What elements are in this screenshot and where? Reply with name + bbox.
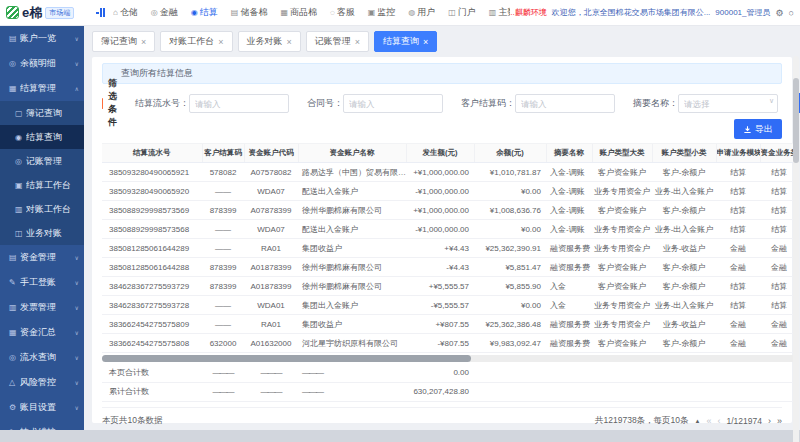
cell-balance: ¥25,362,386.48 xyxy=(474,315,546,334)
horizontal-scrollbar-thumb[interactable] xyxy=(102,355,471,362)
topnav-item[interactable]: ⌂ 仓储 xyxy=(113,6,138,19)
tab[interactable]: 记账管理 × xyxy=(306,31,369,52)
cell-business-module: 结算 xyxy=(716,163,760,182)
tab-close-icon[interactable]: × xyxy=(423,37,428,47)
topnav-item-label: 监控 xyxy=(377,6,395,19)
cell-balance: ¥9,983,092.47 xyxy=(474,334,546,353)
cell-business-module: 结算 xyxy=(716,296,760,315)
cell-account-name: 集团收益户 xyxy=(298,239,406,258)
logout-icon[interactable]: ○ xyxy=(789,8,794,18)
sidebar: ▤ 账户一览 ∨ ◎ 余额明细 ∨ ▦ 结算管理 ∧ ▢ 簿记查询 xyxy=(0,26,84,430)
topnav-item[interactable]: ◫ 门户 xyxy=(448,6,476,19)
topnav-item[interactable]: ▤ 储备棉 xyxy=(231,6,268,19)
sidebar-item[interactable]: ◎ 余额明细 ∨ xyxy=(0,51,84,76)
topnav-item-label: 门户 xyxy=(458,6,476,19)
cell-account-code: RA01 xyxy=(244,315,298,334)
cell-account-minor-type: 客户-余额户 xyxy=(652,258,716,277)
cell-amount: -¥1,000,000.00 xyxy=(406,182,474,201)
cell-business-module: 金融 xyxy=(716,315,760,334)
topnav-item[interactable]: ◌ 客服 xyxy=(330,6,355,19)
sidebar-item-icon: △ xyxy=(9,378,20,387)
cell-summary-name: 融资服务费 xyxy=(546,258,592,277)
vertical-scrollbar-thumb[interactable] xyxy=(793,78,799,163)
tab[interactable]: 簿记查询 × xyxy=(92,31,155,52)
tab-close-icon[interactable]: × xyxy=(355,37,360,47)
sidebar-item[interactable]: △ 风险管控 ∨ xyxy=(0,370,84,395)
cell-account-name: 徐州华鹏棉麻有限公司 xyxy=(298,258,406,277)
topnav-item[interactable]: ◎ 金融 xyxy=(151,6,178,19)
cell-account-name: 集团出入金账户 xyxy=(298,296,406,315)
total-records-text[interactable]: 共1219738条，每页10条 xyxy=(595,415,689,427)
filter-input[interactable] xyxy=(678,94,778,113)
tab-label: 记账管理 xyxy=(315,35,351,48)
gear-icon[interactable]: ⚙ xyxy=(775,8,783,18)
tab[interactable]: 结算查询 × xyxy=(374,31,437,52)
environment-label: ..麒麟环境 xyxy=(510,7,546,18)
cell-amount: -¥807.55 xyxy=(406,334,474,353)
filter-field-label: 摘要名称： xyxy=(633,97,678,110)
column-header: 发生额(元) xyxy=(406,144,474,163)
tab[interactable]: 对账工作台 × xyxy=(160,31,232,52)
cell-balance: ¥5,851.47 xyxy=(474,258,546,277)
chevron-icon: ∨ xyxy=(75,279,79,286)
next-page-button[interactable]: › xyxy=(768,416,771,426)
vertical-scrollbar xyxy=(793,56,799,442)
first-page-button[interactable]: « xyxy=(707,416,712,426)
sidebar-item[interactable]: ✎ 技术维护 ∨ xyxy=(0,420,84,430)
topnav-item[interactable]: ▣ 监控 xyxy=(368,6,396,19)
topnav-item[interactable]: ▦ 商品棉 xyxy=(280,6,317,19)
cell-account-name: 配送出入金账户 xyxy=(298,182,406,201)
sidebar-item[interactable]: ▢ 簿记查询 xyxy=(0,101,84,125)
chevron-icon: ∨ xyxy=(75,429,79,430)
sidebar-item[interactable]: ◎ 流水查询 ∨ xyxy=(0,345,84,370)
info-banner: 查询所有结算信息 xyxy=(102,63,782,84)
export-button[interactable]: 导出 xyxy=(734,119,782,139)
topnav-item[interactable]: ◉ 结算 xyxy=(191,6,218,19)
cell-flow-no: 385093280490065921 xyxy=(102,163,202,182)
sidebar-item-icon: ✎ xyxy=(9,428,20,430)
cell-business-module: 金融 xyxy=(716,258,760,277)
cell-balance: ¥0.00 xyxy=(474,220,546,239)
sidebar-item[interactable]: ✎ 手工登账 ∨ xyxy=(0,270,84,295)
sidebar-item[interactable]: ▥ 发票管理 ∨ xyxy=(0,295,84,320)
sidebar-item[interactable]: ▣ 结算工作台 xyxy=(0,173,84,197)
topnav-item[interactable]: ▥ 主数据 xyxy=(489,6,510,19)
chevron-icon: ∨ xyxy=(75,304,79,311)
app-window: e棉 市场端 ⌂ 仓储 ◎ 金融 ◉ 结算 xyxy=(0,0,800,442)
prev-page-button[interactable]: ‹ xyxy=(718,416,721,426)
sidebar-item[interactable]: ◉ 结算查询 xyxy=(0,125,84,149)
tab-close-icon[interactable]: × xyxy=(141,37,146,47)
sidebar-item[interactable]: ▤ 账户一览 ∨ xyxy=(0,26,84,51)
filter-input[interactable] xyxy=(189,94,289,113)
per-page-caret-icon[interactable]: ▲ xyxy=(695,418,701,424)
sidebar-item[interactable]: ▥ 对账工作台 xyxy=(0,197,84,221)
topnav-item-icon: ⌂ xyxy=(113,8,118,17)
sidebar-item-label: 资金汇总 xyxy=(20,326,75,339)
info-banner-text: 查询所有结算信息 xyxy=(121,67,193,80)
table-row: 384628367275593729 878399 A01878399 徐州华鹏… xyxy=(102,277,798,296)
sidebar-item[interactable]: ⚙ 账目设置 ∨ xyxy=(0,395,84,420)
last-page-button[interactable]: » xyxy=(777,416,782,426)
cell-account-code: WDA07 xyxy=(244,220,298,239)
cell-business-module: 结算 xyxy=(716,220,760,239)
sidebar-item-icon: ▢ xyxy=(15,109,26,118)
filter-input[interactable] xyxy=(343,94,443,113)
topnav-item-icon: ▥ xyxy=(489,8,497,17)
cell-account-name: 河北星宇纺织原料有限公司 xyxy=(298,334,406,353)
cell-account-minor-type: 业务-收益户 xyxy=(652,239,716,258)
sidebar-item[interactable]: ◎ 记账管理 xyxy=(0,149,84,173)
logo-icon xyxy=(6,6,19,19)
sidebar-item[interactable]: ▦ 资金汇总 ∨ xyxy=(0,320,84,345)
tab[interactable]: 业务对账 × xyxy=(238,31,301,52)
sidebar-item-icon: ▤ xyxy=(9,253,20,262)
filter-input[interactable] xyxy=(515,94,615,113)
collapse-sidebar-icon[interactable] xyxy=(96,8,105,17)
tab-close-icon[interactable]: × xyxy=(218,37,223,47)
tab-close-icon[interactable]: × xyxy=(287,37,292,47)
sidebar-item[interactable]: ◫ 业务对账 xyxy=(0,221,84,245)
sidebar-item[interactable]: ▤ 资金管理 ∨ xyxy=(0,245,84,270)
topnav-item[interactable]: ◍ 用户 xyxy=(408,6,435,19)
cell-balance: ¥0.00 xyxy=(474,182,546,201)
sidebar-item[interactable]: ▦ 结算管理 ∧ xyxy=(0,76,84,101)
sidebar-item-label: 发票管理 xyxy=(20,301,75,314)
